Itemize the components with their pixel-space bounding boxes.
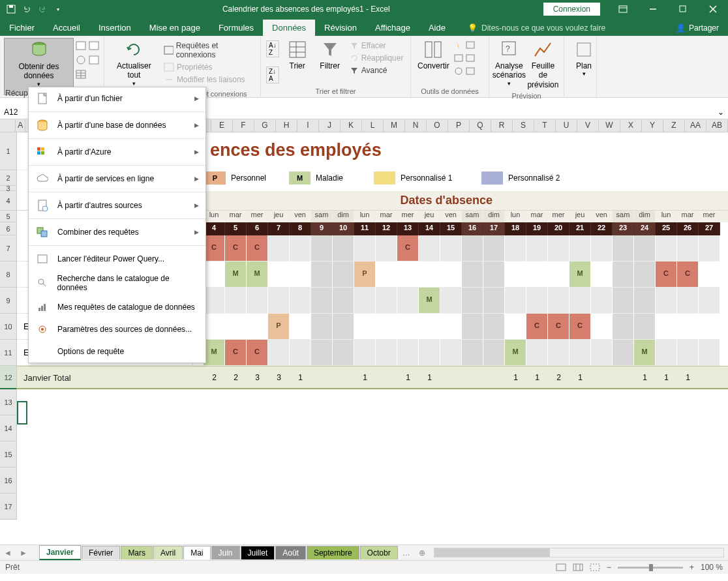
absence-cell[interactable]: [311, 261, 333, 288]
absence-cell[interactable]: [613, 340, 634, 366]
absence-cell[interactable]: [354, 288, 376, 314]
absence-cell[interactable]: C: [526, 314, 548, 340]
data-validation-icon[interactable]: [453, 67, 464, 76]
row-header[interactable]: 7: [0, 235, 17, 261]
data-model-icon[interactable]: [465, 67, 476, 76]
row-header[interactable]: 12: [0, 366, 17, 389]
absence-cell[interactable]: C: [225, 340, 247, 366]
save-icon[interactable]: [5, 3, 17, 15]
from-web-icon[interactable]: [75, 55, 87, 65]
absence-cell[interactable]: [483, 314, 505, 340]
sheet-tab-aout[interactable]: Août: [275, 546, 306, 559]
absence-cell[interactable]: [333, 314, 354, 340]
sort-za-icon[interactable]: Z↓A: [266, 67, 279, 83]
absence-cell[interactable]: [397, 340, 419, 366]
select-all-corner[interactable]: [0, 119, 16, 132]
absence-cell[interactable]: [613, 288, 634, 314]
from-text-icon[interactable]: [75, 40, 87, 51]
absence-cell[interactable]: [699, 314, 720, 340]
absence-cell[interactable]: [311, 288, 333, 314]
absence-cell[interactable]: [247, 288, 268, 314]
zoom-level[interactable]: 100 %: [701, 563, 723, 572]
absence-cell[interactable]: [225, 288, 247, 314]
menu-query-options[interactable]: Options de requête: [29, 340, 205, 363]
absence-cell[interactable]: [225, 314, 247, 340]
view-page-layout-icon[interactable]: [573, 563, 583, 571]
absence-cell[interactable]: [591, 235, 613, 261]
zoom-slider[interactable]: [618, 567, 683, 569]
absence-cell[interactable]: M: [204, 340, 225, 366]
trier-button[interactable]: Trier: [282, 38, 313, 86]
absence-cell[interactable]: [311, 314, 333, 340]
absence-cell[interactable]: [462, 288, 483, 314]
absence-cell[interactable]: [591, 314, 613, 340]
menu-combine-queries[interactable]: Combiner des requêtes▶: [29, 221, 205, 243]
absence-cell[interactable]: [526, 235, 548, 261]
col-header[interactable]: Y: [642, 119, 663, 132]
row-header[interactable]: 8: [0, 261, 17, 288]
absence-cell[interactable]: [354, 314, 376, 340]
sheet-tab-septembre[interactable]: Septembre: [307, 546, 359, 559]
absence-cell[interactable]: C: [204, 235, 225, 261]
absence-cell[interactable]: [483, 288, 505, 314]
col-header[interactable]: X: [620, 119, 642, 132]
absence-cell[interactable]: C: [677, 261, 699, 288]
absence-cell[interactable]: [505, 261, 526, 288]
row-header[interactable]: 17: [0, 494, 17, 520]
absence-cell[interactable]: P: [354, 261, 376, 288]
absence-cell[interactable]: P: [268, 314, 290, 340]
tab-fichier[interactable]: Fichier: [0, 20, 44, 36]
from-table-icon[interactable]: [75, 69, 87, 80]
absence-cell[interactable]: [656, 288, 677, 314]
absence-cell[interactable]: [354, 235, 376, 261]
absence-cell[interactable]: [290, 314, 311, 340]
sheet-tab-juillet[interactable]: Juillet: [241, 546, 275, 559]
absence-cell[interactable]: [290, 261, 311, 288]
tab-affichage[interactable]: Affichage: [366, 20, 419, 36]
col-header[interactable]: L: [362, 119, 384, 132]
col-header[interactable]: V: [577, 119, 599, 132]
feuille-prevision-button[interactable]: Feuille de prévision: [526, 38, 560, 91]
formula-bar-expand-icon[interactable]: ⌄: [714, 108, 728, 117]
remove-dup-icon[interactable]: [453, 53, 464, 63]
absence-cell[interactable]: [440, 261, 462, 288]
sheet-tab-juin[interactable]: Juin: [211, 546, 240, 559]
redo-icon[interactable]: [37, 3, 48, 15]
absence-cell[interactable]: [290, 235, 311, 261]
absence-cell[interactable]: [505, 235, 526, 261]
absence-cell[interactable]: [333, 340, 354, 366]
absence-cell[interactable]: [204, 288, 225, 314]
col-header[interactable]: M: [384, 119, 405, 132]
absence-cell[interactable]: [376, 261, 397, 288]
absence-cell[interactable]: [677, 314, 699, 340]
row-header[interactable]: 5: [0, 211, 17, 222]
recent-sources-icon[interactable]: [88, 40, 100, 51]
absence-cell[interactable]: [634, 261, 656, 288]
zoom-out-button[interactable]: −: [607, 563, 611, 572]
menu-from-services[interactable]: À partir de services en ligne▶: [29, 168, 205, 190]
menu-from-file[interactable]: À partir d'un fichier▶: [29, 87, 205, 110]
absence-cell[interactable]: M: [634, 340, 656, 366]
absence-cell[interactable]: [440, 235, 462, 261]
absence-cell[interactable]: [290, 288, 311, 314]
row-header[interactable]: 16: [0, 468, 17, 494]
absence-cell[interactable]: [419, 340, 440, 366]
col-header[interactable]: I: [297, 119, 319, 132]
absence-cell[interactable]: [634, 314, 656, 340]
absence-cell[interactable]: [440, 314, 462, 340]
absence-cell[interactable]: M: [569, 261, 591, 288]
absence-cell[interactable]: [699, 235, 720, 261]
col-header[interactable]: W: [599, 119, 620, 132]
col-header[interactable]: N: [405, 119, 427, 132]
col-header[interactable]: A: [16, 119, 25, 132]
tab-scroll-right[interactable]: ►: [16, 548, 31, 558]
absence-cell[interactable]: C: [247, 340, 268, 366]
row-header[interactable]: 13: [0, 389, 17, 415]
absence-cell[interactable]: [268, 340, 290, 366]
absence-cell[interactable]: M: [505, 340, 526, 366]
menu-my-catalogue-queries[interactable]: Mes requêtes de catalogue de données: [29, 296, 205, 318]
absence-cell[interactable]: [569, 340, 591, 366]
absence-cell[interactable]: [548, 288, 569, 314]
sheet-tab-octobre[interactable]: Octobr: [360, 546, 398, 559]
absence-cell[interactable]: [505, 314, 526, 340]
